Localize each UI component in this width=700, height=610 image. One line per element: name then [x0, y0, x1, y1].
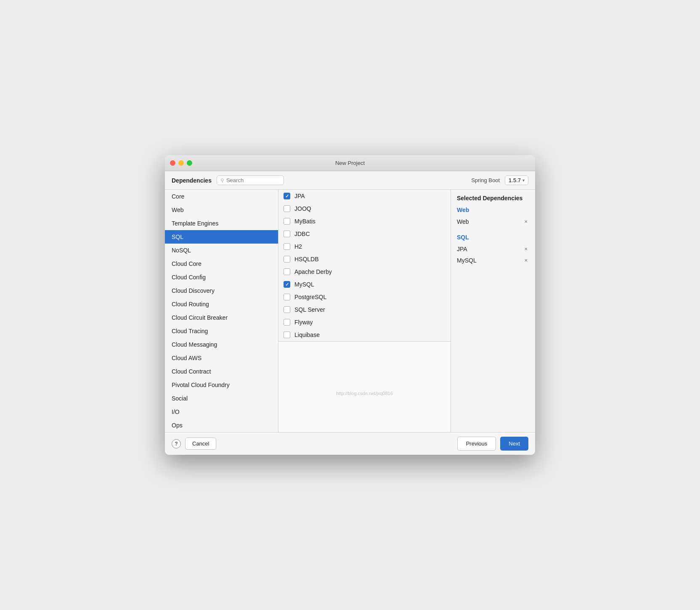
minimize-button[interactable] — [178, 160, 184, 166]
dep-label-hsqldb: HSQLDB — [294, 256, 319, 263]
selected-item-mysql-dep: MySQL× — [457, 255, 529, 266]
selected-item-jpa-dep: JPA× — [457, 243, 529, 255]
dep-item-hsqldb[interactable]: HSQLDB — [278, 253, 451, 265]
help-button[interactable]: ? — [172, 439, 181, 448]
footer-right: Previous Next — [457, 437, 528, 451]
footer-left: ? Cancel — [172, 438, 216, 450]
selected-item-label-jpa-dep: JPA — [457, 246, 467, 252]
window-title: New Project — [335, 160, 365, 166]
dep-label-apache-derby: Apache Derby — [294, 268, 332, 275]
selected-panel-header: Selected Dependencies — [457, 195, 529, 202]
category-item-core[interactable]: Core — [165, 190, 278, 203]
dep-label-h2: H2 — [294, 243, 302, 250]
checkbox-jdbc[interactable] — [284, 231, 290, 237]
search-input[interactable] — [226, 177, 280, 183]
selected-section-sql-section: SQLJPA×MySQL× — [457, 234, 529, 266]
checkbox-jooq[interactable] — [284, 205, 290, 212]
dep-label-jpa: JPA — [294, 193, 305, 199]
dep-label-jooq: JOOQ — [294, 205, 311, 212]
next-button[interactable]: Next — [500, 437, 528, 451]
dep-item-h2[interactable]: H2 — [278, 240, 451, 253]
selected-item-web-dep: Web× — [457, 216, 529, 227]
selected-section-web-section: WebWeb× — [457, 207, 529, 227]
main-content: CoreWebTemplate EnginesSQLNoSQLCloud Cor… — [165, 190, 535, 432]
version-select[interactable]: 1.5.7 ▾ — [505, 175, 528, 185]
cancel-button[interactable]: Cancel — [185, 438, 216, 450]
checkbox-jpa[interactable] — [284, 193, 290, 199]
category-item-nosql[interactable]: NoSQL — [165, 244, 278, 257]
remove-button-jpa-dep[interactable]: × — [522, 245, 529, 252]
dep-list-top: JPAJOOQMyBatisJDBCH2HSQLDBApache DerbyMy… — [278, 190, 451, 342]
remove-button-web-dep[interactable]: × — [522, 218, 529, 225]
search-box[interactable]: ⚲ — [217, 175, 284, 185]
checkbox-flyway[interactable] — [284, 319, 290, 326]
category-item-cloud-tracing[interactable]: Cloud Tracing — [165, 324, 278, 338]
header-bar: Dependencies ⚲ Spring Boot 1.5.7 ▾ — [165, 171, 535, 190]
selected-panel: Selected Dependencies WebWeb×SQLJPA×MySQ… — [451, 190, 535, 432]
category-item-cloud-aws[interactable]: Cloud AWS — [165, 351, 278, 365]
dep-item-jpa[interactable]: JPA — [278, 190, 451, 202]
dep-label-sql-server: SQL Server — [294, 306, 325, 313]
category-item-web[interactable]: Web — [165, 203, 278, 217]
checkbox-mybatis[interactable] — [284, 218, 290, 225]
category-item-cloud-messaging[interactable]: Cloud Messaging — [165, 338, 278, 351]
dep-item-mybatis[interactable]: MyBatis — [278, 215, 451, 228]
selected-section-title-web-section: Web — [457, 207, 529, 213]
close-button[interactable] — [170, 160, 175, 166]
category-item-io[interactable]: I/O — [165, 405, 278, 419]
dependencies-label: Dependencies — [172, 177, 212, 184]
spring-boot-label: Spring Boot — [471, 177, 500, 183]
category-item-cloud-routing[interactable]: Cloud Routing — [165, 297, 278, 311]
category-item-cloud-contract[interactable]: Cloud Contract — [165, 365, 278, 378]
category-item-ops[interactable]: Ops — [165, 419, 278, 432]
titlebar-buttons — [170, 160, 192, 166]
checkbox-hsqldb[interactable] — [284, 256, 290, 263]
category-item-sql[interactable]: SQL — [165, 230, 278, 244]
chevron-down-icon: ▾ — [522, 178, 525, 183]
dep-item-jooq[interactable]: JOOQ — [278, 202, 451, 215]
dep-item-sql-server[interactable]: SQL Server — [278, 303, 451, 316]
watermark: http://blog.csdn.net/jxq0816 — [336, 391, 393, 396]
categories-panel: CoreWebTemplate EnginesSQLNoSQLCloud Cor… — [165, 190, 278, 432]
selected-section-title-sql-section: SQL — [457, 234, 529, 241]
checkbox-postgresql[interactable] — [284, 294, 290, 300]
dep-item-jdbc[interactable]: JDBC — [278, 228, 451, 240]
dep-label-flyway: Flyway — [294, 319, 313, 326]
dep-label-postgresql: PostgreSQL — [294, 294, 326, 300]
checkbox-mysql[interactable] — [284, 281, 290, 288]
dep-label-liquibase: Liquibase — [294, 332, 320, 338]
new-project-window: New Project Dependencies ⚲ Spring Boot 1… — [165, 155, 535, 455]
dep-item-apache-derby[interactable]: Apache Derby — [278, 265, 451, 278]
titlebar: New Project — [165, 155, 535, 171]
selected-item-label-mysql-dep: MySQL — [457, 257, 477, 264]
dep-item-flyway[interactable]: Flyway — [278, 316, 451, 329]
category-item-social[interactable]: Social — [165, 392, 278, 405]
dep-label-jdbc: JDBC — [294, 231, 310, 237]
selected-item-label-web-dep: Web — [457, 218, 469, 225]
maximize-button[interactable] — [187, 160, 192, 166]
checkbox-h2[interactable] — [284, 243, 290, 250]
version-value: 1.5.7 — [509, 177, 521, 183]
dep-label-mysql: MySQL — [294, 281, 314, 288]
remove-button-mysql-dep[interactable]: × — [522, 257, 529, 264]
dep-item-liquibase[interactable]: Liquibase — [278, 329, 451, 341]
previous-button[interactable]: Previous — [457, 437, 496, 451]
category-item-cloud-circuit-breaker[interactable]: Cloud Circuit Breaker — [165, 311, 278, 324]
search-icon: ⚲ — [220, 178, 224, 183]
dependencies-panel: JPAJOOQMyBatisJDBCH2HSQLDBApache DerbyMy… — [278, 190, 451, 432]
dep-label-mybatis: MyBatis — [294, 218, 316, 225]
category-item-cloud-core[interactable]: Cloud Core — [165, 257, 278, 271]
dep-item-postgresql[interactable]: PostgreSQL — [278, 291, 451, 303]
footer: ? Cancel Previous Next — [165, 432, 535, 455]
dep-item-mysql[interactable]: MySQL — [278, 278, 451, 291]
dep-list-bottom: http://blog.csdn.net/jxq0816 — [278, 342, 451, 432]
checkbox-liquibase[interactable] — [284, 332, 290, 338]
category-item-cloud-discovery[interactable]: Cloud Discovery — [165, 284, 278, 297]
category-item-cloud-config[interactable]: Cloud Config — [165, 271, 278, 284]
checkbox-sql-server[interactable] — [284, 306, 290, 313]
selected-dependencies-label: Selected Dependencies — [457, 195, 522, 202]
category-item-pivotal-cloud-foundry[interactable]: Pivotal Cloud Foundry — [165, 378, 278, 392]
checkbox-apache-derby[interactable] — [284, 268, 290, 275]
category-item-template-engines[interactable]: Template Engines — [165, 217, 278, 230]
